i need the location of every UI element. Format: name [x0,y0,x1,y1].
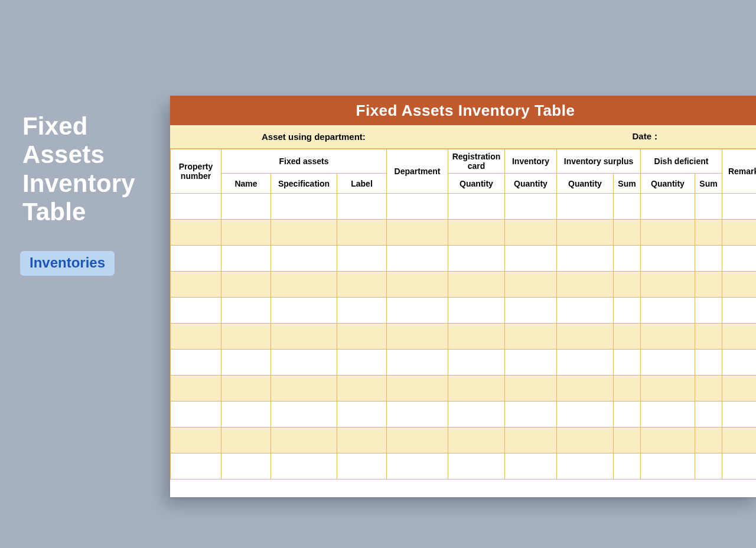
col-registration-card: Registration card [448,149,505,174]
table-row [171,298,757,324]
table-row [171,220,757,246]
table-row [171,402,757,428]
sheet-meta-row: Asset using department: Date： [170,125,756,149]
table-row [171,272,757,298]
table-row [171,324,757,350]
col-surplus-sum: Sum [614,174,641,194]
col-inv-quantity: Quantity [505,174,557,194]
table-header: Property number Fixed assets Department … [171,149,757,194]
category-tag[interactable]: Inventories [20,251,115,276]
title-line: Inventory [22,169,135,198]
table-row [171,194,757,220]
col-specification: Specification [271,174,337,194]
table-row [171,454,757,480]
table-body [171,194,757,480]
meta-date-label: Date： [632,131,756,142]
col-dish-deficient: Dish deficient [641,149,722,174]
sheet-title: Fixed Assets Inventory Table [170,96,756,125]
col-property-number: Property number [171,149,221,194]
col-remarks: Remarks [722,149,756,194]
page-title: Fixed Assets Inventory Table [22,112,135,226]
meta-department-label: Asset using department: [170,132,366,142]
table-row [171,376,757,402]
col-inventory-surplus: Inventory surplus [557,149,641,174]
col-inventory: Inventory [505,149,557,174]
col-deficient-quantity: Quantity [641,174,695,194]
category-tag-label: Inventories [30,255,105,270]
spreadsheet-preview: Fixed Assets Inventory Table Asset using… [170,96,756,497]
title-line: Fixed [22,112,135,141]
col-reg-quantity: Quantity [448,174,505,194]
table-row [171,428,757,454]
col-label: Label [337,174,387,194]
col-surplus-quantity: Quantity [557,174,614,194]
title-line: Table [22,198,135,226]
title-line: Assets [22,141,135,169]
col-name: Name [221,174,271,194]
col-department: Department [387,149,448,194]
col-fixed-assets-group: Fixed assets [221,149,387,174]
table-row [171,246,757,272]
col-deficient-sum: Sum [695,174,722,194]
table-row [171,350,757,376]
assets-table: Property number Fixed assets Department … [170,149,756,480]
